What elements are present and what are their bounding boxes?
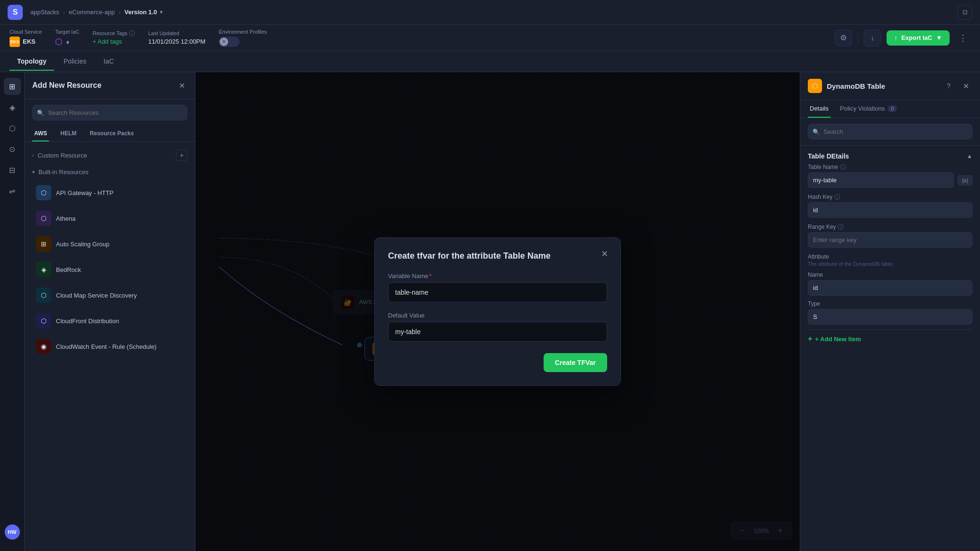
nav-right-icon[interactable]: ⊡ [957,5,972,20]
resource-item-auto-scaling[interactable]: ⊞ Auto Scaling Group [28,232,191,256]
hash-key-info-icon: i [834,194,840,200]
panel-search-area: 🔍 [800,118,980,146]
resource-tags-label: Resource Tags i [92,30,135,36]
modal-default-value-label: Default Value [388,312,607,319]
hash-key-label: Hash Key i [808,194,972,200]
modal-close-btn[interactable]: ✕ [598,247,611,261]
custom-resource-row[interactable]: › Custom Resource + [25,146,195,165]
builtin-resources-header[interactable]: ▾ Built-in Resources [25,165,195,179]
tfvar-badge[interactable]: {x} [958,175,972,186]
variable-name-input[interactable] [388,282,607,302]
target-iac-block: Target IaC ⬡ ⬧ [55,29,79,47]
range-key-label: Range Key i [808,224,972,230]
export-iac-btn[interactable]: ↑ Export IaC ▼ [887,30,950,46]
attr-type-label: Type [808,300,972,307]
bedrock-icon: ◈ [36,262,51,277]
modal-overlay[interactable]: ✕ Create tfvar for the attribute Table N… [195,72,800,551]
resource-tabs: AWS HELM Resource Packs [25,126,195,142]
api-gateway-label: API Gateway - HTTP [56,189,113,196]
cloudwatch-icon: ◉ [36,339,51,354]
violations-badge: 0 [888,105,897,112]
breadcrumb-ecommerce[interactable]: eCommerce-app [69,9,115,16]
eks-icon: EKS [9,37,20,47]
tab-policies[interactable]: Policies [56,53,94,71]
resource-tab-aws[interactable]: AWS [32,126,49,141]
panel-tab-violations[interactable]: Policy Violations 0 [838,100,899,118]
resource-item-bedrock[interactable]: ◈ BedRock [28,257,191,282]
custom-resource-label: Custom Resource [37,152,87,159]
modal: ✕ Create tfvar for the attribute Table N… [374,237,621,386]
attr-name-input[interactable]: id [808,280,972,296]
canvas-area[interactable]: 🔐 AWS Secret Manager 🗄 RDS Cluster 🗑 ⬡ D… [195,72,800,551]
panel-tab-details[interactable]: Details [808,100,831,118]
panel-header: ⬡ DynamoDB Table ? ✕ [800,72,980,100]
attr-type-input[interactable]: S [808,309,972,325]
resource-item-cloudfront[interactable]: ⬡ CloudFront Distribution [28,308,191,333]
table-name-label: Table Name i [808,164,972,170]
resource-tab-helm[interactable]: HELM [58,126,78,141]
attribute-description: The attribute of the DynamoDB table. [808,261,972,267]
modal-variable-name-label: Variable Name * [388,272,607,280]
resource-tab-packs[interactable]: Resource Packs [88,126,136,141]
panel-search-input[interactable] [808,124,972,140]
modal-actions: Create TFVar [388,353,607,372]
panel-tabs: Details Policy Violations 0 [800,100,980,118]
sidebar-close-btn[interactable]: ✕ [176,80,187,91]
icon-bar-circle[interactable]: ⬡ [4,120,21,137]
cloudfront-icon: ⬡ [36,313,51,328]
default-value-input[interactable] [388,322,607,342]
icon-bar-layers[interactable]: ◈ [4,99,21,116]
resource-item-cloud-map[interactable]: ⬡ Cloud Map Service Discovery [28,283,191,308]
panel-title: DynamoDB Table [827,82,885,90]
app-logo: S [8,5,23,20]
icon-bar-shield[interactable]: ⊙ [4,140,21,158]
settings-icon-btn[interactable]: ⚙ [835,29,852,47]
search-box: 🔍 [32,105,187,121]
more-btn[interactable]: ⋮ [955,30,971,46]
hash-key-input[interactable]: id [808,202,972,218]
target-iac-label: Target IaC [55,29,79,35]
create-tfvar-btn[interactable]: Create TFVar [544,353,607,372]
tab-topology[interactable]: Topology [9,53,54,71]
right-panel: ⬡ DynamoDB Table ? ✕ Details Policy Viol… [800,72,980,551]
range-key-input[interactable] [808,232,972,248]
panel-close-btn[interactable]: ✕ [959,79,972,93]
last-updated-label: Last Updated [148,30,205,36]
resource-item-api-gateway[interactable]: ⬡ API Gateway - HTTP [28,180,191,205]
divider-vertical [858,32,858,44]
hash-key-field: Hash Key i id [808,194,972,218]
panel-search-icon: 🔍 [813,129,820,135]
attr-name-label: Name [808,271,972,278]
version-chevron-icon: ▼ [159,9,164,15]
section-collapse-icon: ▲ [967,153,972,159]
helm-icon: ⬡ [55,37,63,47]
resource-item-athena[interactable]: ⬡ Athena [28,206,191,231]
cloud-map-icon: ⬡ [36,288,51,303]
icon-bar-link[interactable]: ⇌ [4,182,21,199]
add-new-item-btn[interactable]: + + Add New Item [808,329,972,348]
athena-label: Athena [56,215,75,222]
env-toggle[interactable]: ⚙ [219,37,240,47]
icon-bar-bank[interactable]: ⊟ [4,161,21,178]
last-updated-block: Last Updated 11/01/2025 12:00PM [148,30,205,45]
modal-title: Create tfvar for the attribute Table Nam… [388,251,607,261]
api-gateway-icon: ⬡ [36,185,51,200]
breadcrumb-version[interactable]: Version 1.0 ▼ [124,9,164,16]
athena-icon: ⬡ [36,211,51,226]
table-details-section-header[interactable]: Table DEtails ▲ [808,146,972,164]
search-resources-input[interactable] [32,105,187,121]
custom-resource-add-btn[interactable]: + [176,149,187,161]
left-sidebar: Add New Resource ✕ 🔍 AWS HELM Resource P… [25,72,195,551]
download-btn[interactable]: ↓ [864,29,881,47]
breadcrumb-appstacks[interactable]: appStacks [30,9,59,16]
panel-help-icon-btn[interactable]: ? [942,79,955,93]
tab-iac[interactable]: IaC [96,53,121,71]
range-key-info-icon: i [838,224,843,230]
main-layout: ⊞ ◈ ⬡ ⊙ ⊟ ⇌ HW Add New Resource ✕ 🔍 AWS … [0,72,980,551]
table-name-field: Table Name i my-table {x} [808,164,972,188]
add-tags-btn[interactable]: + Add tags [92,38,135,45]
table-name-input[interactable]: my-table [808,172,954,188]
resource-item-cloudwatch[interactable]: ◉ CloudWatch Event - Rule (Schedule) [28,334,191,359]
icon-bar-grid[interactable]: ⊞ [4,78,21,95]
panel-content: Table DEtails ▲ Table Name i my-table {x… [800,146,980,551]
